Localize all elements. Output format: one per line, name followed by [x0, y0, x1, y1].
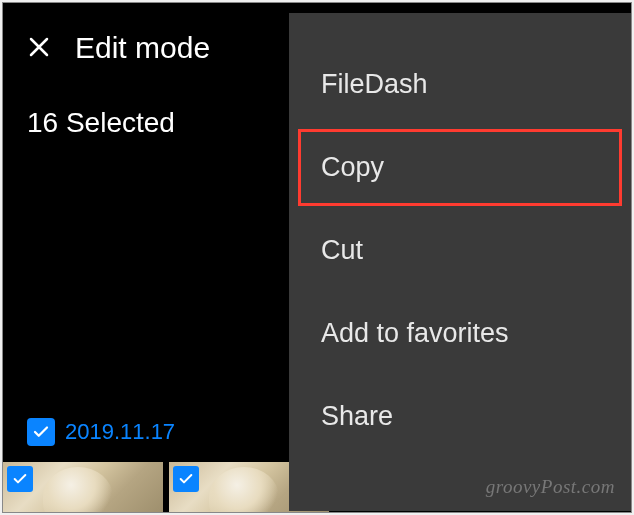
- menu-item-add-to-favorites[interactable]: Add to favorites: [289, 292, 631, 375]
- menu-item-cut[interactable]: Cut: [289, 209, 631, 292]
- page-title: Edit mode: [75, 31, 210, 65]
- date-group-row[interactable]: 2019.11.17: [27, 418, 175, 446]
- thumbnail-checkbox[interactable]: [173, 466, 199, 492]
- app-frame: Edit mode 16 Selected 2019.11.17: [2, 2, 632, 513]
- watermark-text: groovyPost.com: [486, 476, 615, 498]
- close-icon: [27, 35, 51, 59]
- date-group-checkbox[interactable]: [27, 418, 55, 446]
- check-icon: [32, 423, 50, 441]
- check-icon: [12, 471, 28, 487]
- close-button[interactable]: [27, 32, 51, 64]
- photo-thumbnail[interactable]: [3, 462, 163, 512]
- date-group-label: 2019.11.17: [65, 419, 175, 445]
- menu-item-share[interactable]: Share: [289, 375, 631, 458]
- thumbnail-checkbox[interactable]: [7, 466, 33, 492]
- menu-item-copy[interactable]: Copy: [295, 126, 625, 209]
- check-icon: [178, 471, 194, 487]
- context-menu: FileDash Copy Cut Add to favorites Share: [289, 13, 631, 511]
- menu-item-filedash[interactable]: FileDash: [289, 43, 631, 126]
